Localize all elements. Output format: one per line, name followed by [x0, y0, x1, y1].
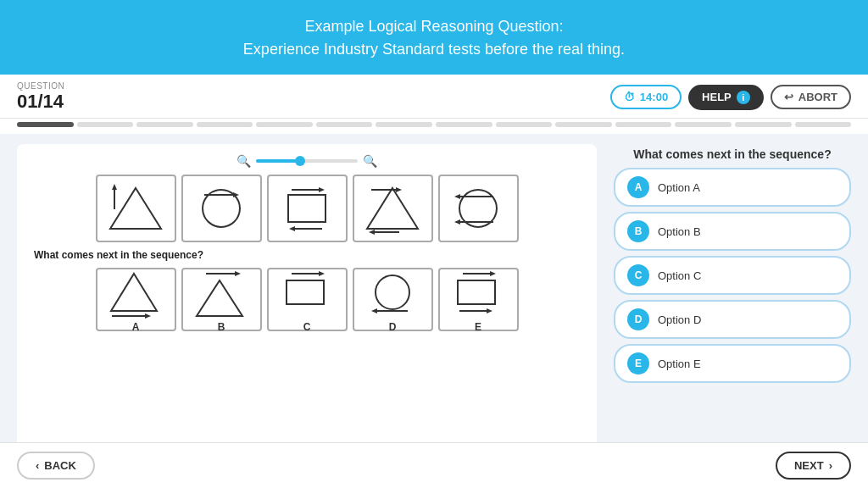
option-label-c: Option C	[658, 269, 701, 282]
option-button-e[interactable]: EOption E	[614, 344, 851, 383]
header: Example Logical Reasoning Question: Expe…	[0, 0, 868, 75]
info-icon: i	[737, 91, 750, 104]
svg-marker-11	[367, 188, 418, 229]
options-list: AOption ABOption BCOption CDOption DEOpt…	[614, 168, 851, 388]
question-bar: QUESTION 01/14 ⏱ 14:00 HELP i ↩ ABORT	[0, 75, 868, 119]
ans-svg-a	[102, 267, 170, 318]
zoom-in-icon: 🔍	[363, 154, 377, 168]
progress-seg-9	[496, 122, 553, 127]
svg-marker-18	[454, 194, 460, 199]
ans-box-d[interactable]: D	[353, 268, 433, 331]
help-label: HELP	[702, 91, 732, 103]
option-label-d: Option D	[658, 313, 701, 326]
timer-icon: ⏱	[624, 91, 635, 103]
next-label: NEXT	[794, 459, 824, 472]
ans-label-d: D	[389, 321, 397, 333]
zoom-out-icon: 🔍	[236, 154, 251, 168]
option-circle-c: C	[627, 264, 649, 286]
abort-icon: ↩	[784, 91, 793, 103]
svg-marker-32	[371, 308, 377, 313]
ans-box-e[interactable]: E	[438, 268, 519, 331]
option-circle-b: B	[627, 220, 649, 242]
ans-label-b: B	[218, 321, 225, 333]
svg-marker-29	[319, 271, 325, 276]
controls: ⏱ 14:00 HELP i ↩ ABORT	[610, 85, 851, 110]
option-label-a: Option A	[658, 181, 700, 194]
ans-box-b[interactable]: B	[181, 268, 262, 331]
progress-seg-7	[376, 122, 432, 127]
ans-label-a: A	[132, 321, 140, 333]
footer: ‹ BACK NEXT ›	[0, 442, 868, 488]
help-button[interactable]: HELP i	[688, 85, 764, 110]
timer-value: 14:00	[640, 91, 668, 103]
right-panel: What comes next in the sequence? AOption…	[614, 144, 851, 476]
ans-label-e: E	[475, 321, 481, 333]
next-chevron-icon: ›	[829, 459, 832, 472]
option-label-e: Option E	[658, 358, 701, 370]
abort-button[interactable]: ↩ ABORT	[771, 85, 851, 109]
svg-marker-20	[454, 219, 460, 225]
ans-svg-d	[359, 267, 426, 318]
timer-button[interactable]: ⏱ 14:00	[610, 85, 682, 109]
left-question-text: What comes next in the sequence?	[27, 249, 587, 261]
progress-seg-12	[675, 122, 732, 127]
seq-svg-2	[187, 180, 255, 237]
progress-seg-1	[17, 122, 74, 127]
question-label: QUESTION	[17, 81, 64, 91]
seq-box-5	[438, 175, 519, 242]
header-line2: Experience Industry Standard tests befor…	[243, 41, 625, 58]
header-line1: Example Logical Reasoning Question:	[304, 18, 563, 35]
svg-marker-23	[145, 313, 151, 319]
progress-seg-2	[77, 122, 134, 127]
svg-rect-6	[288, 195, 326, 222]
ans-label-c: C	[303, 321, 311, 333]
svg-marker-2	[112, 184, 117, 190]
back-chevron-icon: ‹	[36, 459, 39, 472]
svg-rect-27	[287, 280, 324, 304]
progress-seg-4	[197, 122, 253, 127]
progress-seg-14	[795, 122, 852, 127]
next-button[interactable]: NEXT ›	[776, 452, 851, 480]
zoom-slider[interactable]	[256, 159, 358, 163]
option-button-c[interactable]: COption C	[614, 256, 851, 295]
svg-marker-0	[110, 188, 161, 229]
abort-label: ABORT	[798, 91, 837, 103]
progress-seg-5	[256, 122, 313, 127]
progress-seg-13	[735, 122, 792, 127]
progress-seg-10	[555, 122, 612, 127]
right-question: What comes next in the sequence?	[614, 144, 851, 161]
svg-marker-15	[369, 230, 375, 235]
main-content: 🔍 🔍	[0, 134, 868, 486]
option-button-a[interactable]: AOption A	[614, 168, 851, 207]
option-button-b[interactable]: BOption B	[614, 212, 851, 251]
seq-svg-1	[102, 180, 170, 237]
option-circle-d: D	[627, 308, 649, 330]
svg-marker-13	[396, 187, 402, 192]
ans-box-c[interactable]: C	[267, 268, 348, 331]
option-label-b: Option B	[658, 225, 701, 238]
question-info: QUESTION 01/14	[17, 81, 64, 113]
svg-marker-37	[487, 308, 492, 313]
option-circle-e: E	[627, 352, 649, 374]
back-button[interactable]: ‹ BACK	[17, 452, 95, 480]
ans-svg-e	[444, 267, 512, 318]
option-button-d[interactable]: DOption D	[614, 300, 851, 339]
header-title: Example Logical Reasoning Question: Expe…	[17, 15, 851, 61]
progress-bar-container	[0, 119, 868, 134]
seq-svg-3	[273, 180, 341, 237]
answer-row: A B C	[27, 268, 587, 331]
ans-svg-c	[273, 267, 341, 318]
progress-segments	[17, 122, 851, 127]
back-label: BACK	[44, 459, 76, 472]
seq-svg-4	[359, 180, 426, 237]
svg-marker-35	[490, 271, 496, 276]
svg-marker-24	[197, 280, 242, 316]
progress-seg-6	[316, 122, 373, 127]
seq-svg-5	[444, 180, 512, 237]
left-panel: 🔍 🔍	[17, 144, 597, 476]
svg-marker-21	[111, 274, 157, 311]
zoom-row: 🔍 🔍	[27, 154, 587, 168]
ans-box-a[interactable]: A	[96, 268, 176, 331]
seq-box-3	[267, 175, 348, 242]
seq-box-2	[181, 175, 262, 242]
